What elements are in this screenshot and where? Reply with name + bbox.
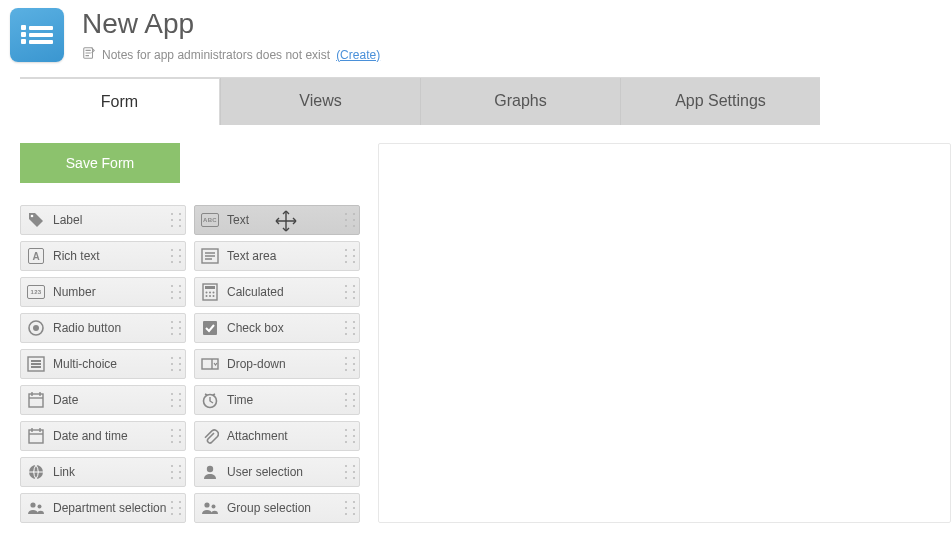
drag-handle-icon xyxy=(345,500,355,516)
calculator-icon xyxy=(201,283,219,301)
svg-point-6 xyxy=(209,292,211,294)
calendar-icon xyxy=(27,427,45,445)
field-attachment[interactable]: Attachment xyxy=(194,421,360,451)
svg-rect-4 xyxy=(205,286,215,289)
field-label-text: Department selection xyxy=(53,501,166,515)
field-label-text: Rich text xyxy=(53,249,100,263)
clock-icon xyxy=(201,391,219,409)
field-label-text: Time xyxy=(227,393,253,407)
field-label-text: Date and time xyxy=(53,429,128,443)
field-label-text: Label xyxy=(53,213,82,227)
field-label-text: Drop-down xyxy=(227,357,286,371)
paperclip-icon xyxy=(201,427,219,445)
tag-icon xyxy=(27,211,45,229)
group-icon xyxy=(201,499,219,517)
drag-handle-icon xyxy=(345,356,355,372)
svg-point-23 xyxy=(204,502,209,507)
save-form-button[interactable]: Save Form xyxy=(20,143,180,183)
calendar-icon xyxy=(27,391,45,409)
field-label-text: Text xyxy=(227,213,249,227)
field-rich-text[interactable]: A Rich text xyxy=(20,241,186,271)
user-icon xyxy=(201,463,219,481)
field-label-text: User selection xyxy=(227,465,303,479)
svg-point-20 xyxy=(207,466,213,472)
checkbox-icon xyxy=(201,319,219,337)
field-label-text: Calculated xyxy=(227,285,284,299)
svg-point-5 xyxy=(206,292,208,294)
drag-handle-icon xyxy=(171,392,181,408)
field-label-text: Text area xyxy=(227,249,276,263)
notes-icon xyxy=(82,46,96,63)
svg-point-12 xyxy=(33,325,39,331)
tab-graphs[interactable]: Graphs xyxy=(420,78,620,125)
drag-handle-icon xyxy=(345,284,355,300)
tab-views[interactable]: Views xyxy=(220,78,420,125)
field-label-text: Radio button xyxy=(53,321,121,335)
field-label-text: Check box xyxy=(227,321,284,335)
field-check-box[interactable]: Check box xyxy=(194,313,360,343)
rich-text-icon: A xyxy=(27,247,45,265)
field-label-text: Attachment xyxy=(227,429,288,443)
drag-handle-icon xyxy=(345,320,355,336)
drag-handle-icon xyxy=(171,356,181,372)
drag-handle-icon xyxy=(171,212,181,228)
notes-text: Notes for app administrators does not ex… xyxy=(102,48,330,62)
drag-handle-icon xyxy=(171,284,181,300)
field-calculated[interactable]: Calculated xyxy=(194,277,360,307)
number-icon: 123 xyxy=(27,283,45,301)
tab-bar: Form Views Graphs App Settings xyxy=(20,77,820,125)
field-link[interactable]: Link xyxy=(20,457,186,487)
app-icon xyxy=(10,8,64,62)
department-icon xyxy=(27,499,45,517)
field-label-text: Number xyxy=(53,285,96,299)
drag-handle-icon xyxy=(171,428,181,444)
tab-app-settings[interactable]: App Settings xyxy=(620,78,820,125)
field-user-selection[interactable]: User selection xyxy=(194,457,360,487)
field-label-text: Group selection xyxy=(227,501,311,515)
svg-point-9 xyxy=(209,295,211,297)
drag-handle-icon xyxy=(171,464,181,480)
field-department-selection[interactable]: Department selection xyxy=(20,493,186,523)
globe-icon xyxy=(27,463,45,481)
create-notes-link[interactable]: (Create) xyxy=(336,48,380,62)
field-group-selection[interactable]: Group selection xyxy=(194,493,360,523)
page-title: New App xyxy=(82,8,380,40)
svg-point-7 xyxy=(213,292,215,294)
field-multi-choice[interactable]: Multi-choice xyxy=(20,349,186,379)
svg-point-8 xyxy=(206,295,208,297)
drag-handle-icon xyxy=(171,248,181,264)
dropdown-icon xyxy=(201,355,219,373)
field-label-text: Link xyxy=(53,465,75,479)
field-text[interactable]: ABC Text xyxy=(194,205,360,235)
drag-handle-icon xyxy=(171,500,181,516)
svg-rect-18 xyxy=(29,430,43,443)
svg-point-24 xyxy=(212,505,216,509)
field-date-and-time[interactable]: Date and time xyxy=(20,421,186,451)
text-abc-icon: ABC xyxy=(201,211,219,229)
field-label-text: Multi-choice xyxy=(53,357,117,371)
drag-handle-icon xyxy=(345,464,355,480)
form-canvas[interactable] xyxy=(378,143,951,523)
field-date[interactable]: Date xyxy=(20,385,186,415)
svg-point-10 xyxy=(213,295,215,297)
field-time[interactable]: Time xyxy=(194,385,360,415)
svg-point-21 xyxy=(30,502,35,507)
svg-point-22 xyxy=(38,505,42,509)
field-label[interactable]: Label xyxy=(20,205,186,235)
field-palette: Label ABC Text A Rich text xyxy=(20,205,360,523)
svg-point-1 xyxy=(31,215,34,218)
field-number[interactable]: 123 Number xyxy=(20,277,186,307)
drag-handle-icon xyxy=(171,320,181,336)
radio-icon xyxy=(27,319,45,337)
drag-handle-icon xyxy=(345,248,355,264)
move-cursor-icon xyxy=(273,208,299,234)
text-area-icon xyxy=(201,247,219,265)
field-drop-down[interactable]: Drop-down xyxy=(194,349,360,379)
field-radio-button[interactable]: Radio button xyxy=(20,313,186,343)
svg-rect-13 xyxy=(203,321,217,335)
field-text-area[interactable]: Text area xyxy=(194,241,360,271)
field-label-text: Date xyxy=(53,393,78,407)
tab-form[interactable]: Form xyxy=(20,78,220,125)
multi-choice-icon xyxy=(27,355,45,373)
drag-handle-icon xyxy=(345,428,355,444)
